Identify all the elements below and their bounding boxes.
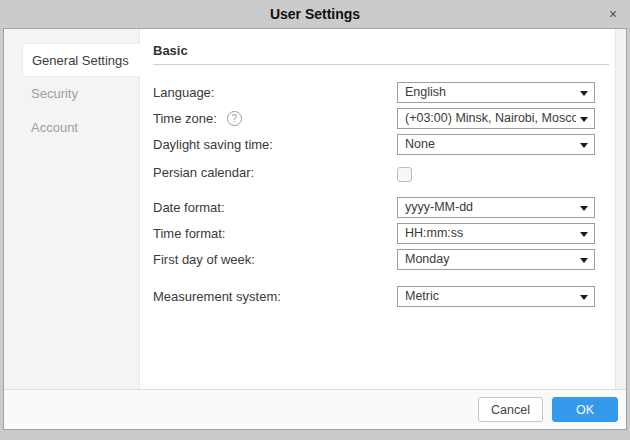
cancel-button[interactable]: Cancel: [478, 397, 543, 422]
chevron-down-icon: [580, 91, 588, 96]
field-row-time-format: Time format: HH:mm:ss: [153, 220, 609, 246]
dialog-footer: Cancel OK: [4, 389, 626, 429]
sidebar-item-account[interactable]: Account: [4, 111, 139, 145]
field-row-measurement: Measurement system: Metric: [153, 283, 609, 309]
field-row-daylight-saving: Daylight saving time: None: [153, 131, 609, 157]
help-glyph: ?: [232, 113, 238, 124]
field-row-date-format: Date format: yyyy-MM-dd: [153, 194, 609, 220]
daylight-saving-value: None: [405, 137, 576, 151]
settings-sidebar: General Settings Security Account: [4, 29, 140, 389]
date-format-value: yyyy-MM-dd: [405, 200, 576, 214]
measurement-dropdown[interactable]: Metric: [397, 286, 595, 307]
persian-calendar-label: Persian calendar:: [153, 165, 397, 180]
sidebar-item-security[interactable]: Security: [4, 77, 139, 111]
chevron-down-icon: [580, 232, 588, 237]
user-settings-dialog: User Settings × General Settings Securit…: [0, 0, 630, 440]
chevron-down-icon: [580, 258, 588, 263]
time-zone-label-text: Time zone:: [153, 111, 217, 126]
vertical-scrollbar[interactable]: [615, 29, 626, 389]
time-format-value: HH:mm:ss: [405, 226, 576, 240]
dialog-body: General Settings Security Account Basic …: [3, 28, 627, 430]
daylight-saving-label: Daylight saving time:: [153, 137, 397, 152]
settings-form: Language: English Time zone: ? (+03:0: [153, 79, 609, 309]
field-row-persian-calendar: Persian calendar:: [153, 165, 609, 194]
time-zone-value: (+03:00) Minsk, Nairobi, Moscow: [405, 111, 576, 125]
language-dropdown[interactable]: English: [397, 82, 595, 103]
ok-button[interactable]: OK: [552, 397, 618, 422]
field-row-time-zone: Time zone: ? (+03:00) Minsk, Nairobi, Mo…: [153, 105, 609, 131]
chevron-down-icon: [580, 117, 588, 122]
dialog-titlebar: User Settings ×: [0, 0, 630, 28]
dialog-title: User Settings: [270, 6, 360, 22]
close-icon: ×: [609, 7, 617, 21]
time-zone-label: Time zone: ?: [153, 111, 397, 126]
date-format-dropdown[interactable]: yyyy-MM-dd: [397, 197, 595, 218]
first-day-dropdown[interactable]: Monday: [397, 249, 595, 270]
first-day-value: Monday: [405, 252, 576, 266]
sidebar-item-general-settings[interactable]: General Settings: [22, 43, 140, 77]
chevron-down-icon: [580, 295, 588, 300]
section-title-basic: Basic: [153, 43, 609, 65]
chevron-down-icon: [580, 206, 588, 211]
time-zone-dropdown[interactable]: (+03:00) Minsk, Nairobi, Moscow: [397, 108, 595, 129]
language-value: English: [405, 85, 576, 99]
first-day-label: First day of week:: [153, 252, 397, 267]
time-format-dropdown[interactable]: HH:mm:ss: [397, 223, 595, 244]
daylight-saving-dropdown[interactable]: None: [397, 134, 595, 155]
measurement-value: Metric: [405, 289, 576, 303]
chevron-down-icon: [580, 143, 588, 148]
persian-calendar-checkbox[interactable]: [397, 167, 412, 182]
time-format-label: Time format:: [153, 226, 397, 241]
close-button[interactable]: ×: [604, 5, 622, 23]
measurement-label: Measurement system:: [153, 289, 397, 304]
help-icon[interactable]: ?: [227, 111, 242, 126]
settings-content: Basic Language: English Time zone: ?: [141, 29, 615, 389]
field-row-language: Language: English: [153, 79, 609, 105]
field-row-first-day: First day of week: Monday: [153, 246, 609, 272]
date-format-label: Date format:: [153, 200, 397, 215]
language-label: Language:: [153, 85, 397, 100]
